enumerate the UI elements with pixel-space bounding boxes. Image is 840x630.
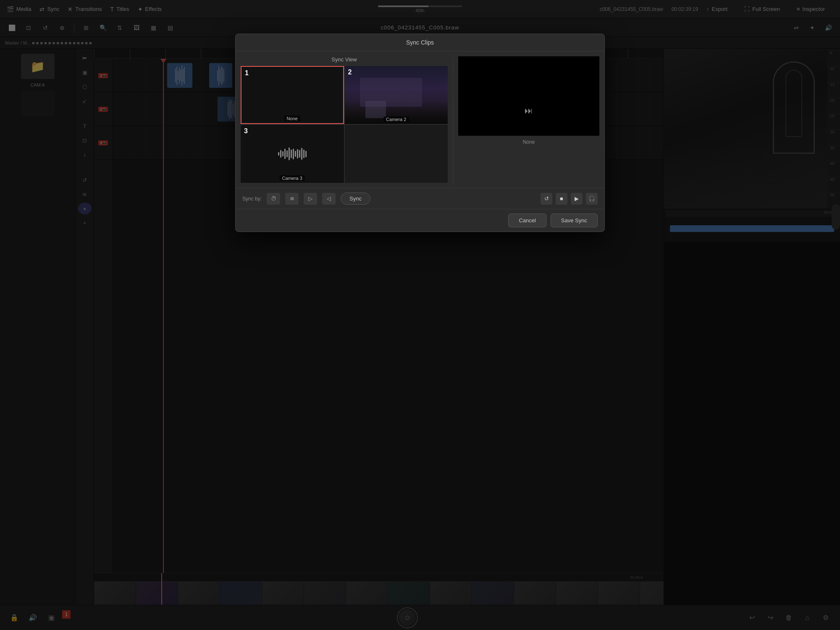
play-btn[interactable]: ▶	[571, 193, 583, 205]
timecode-icon: ⏱	[271, 195, 276, 202]
waveform-icon: ≋	[290, 195, 294, 202]
modal-body: Sync View 1 None 2	[236, 51, 604, 188]
out-point-icon: ◁	[327, 195, 331, 202]
sync-cell-3-label: Camera 3	[280, 175, 305, 181]
sync-right-preview	[458, 56, 599, 136]
sync-left: Sync View 1 None 2	[236, 51, 453, 188]
sync-cell-1-label: None	[284, 116, 300, 121]
sync-cell-2-num: 2	[348, 69, 352, 76]
save-sync-button[interactable]: Save Sync	[551, 214, 598, 227]
sync-cell-3-num: 3	[244, 127, 248, 135]
sync-right-controls: ↺ ■ ▶ 🎧	[541, 193, 598, 205]
sync-grid: 1 None 2 Camera 2	[241, 66, 448, 183]
in-point-icon: ▷	[308, 195, 312, 202]
cancel-button[interactable]: Cancel	[508, 214, 546, 227]
skip-forward-icon[interactable]: ⏭	[525, 106, 533, 116]
sync-by-timecode-btn[interactable]: ⏱	[267, 193, 280, 205]
sync-by-label: Sync by:	[242, 196, 262, 202]
sync-cell-1-num: 1	[245, 69, 249, 77]
modal-footer: Cancel Save Sync	[236, 209, 604, 232]
sync-view-title: Sync View	[241, 56, 448, 63]
cam2-figure	[365, 101, 386, 118]
headphones-btn[interactable]: 🎧	[586, 193, 598, 205]
sync-clips-modal: Sync Clips Sync View 1 None 2	[235, 34, 605, 232]
cam2-preview	[345, 66, 448, 124]
sync-by-audio-btn[interactable]: ≋	[285, 193, 299, 205]
sync-cell-2-label: Camera 2	[383, 116, 409, 122]
right-preview-label-text: None	[523, 139, 535, 145]
modal-overlay: Sync Clips Sync View 1 None 2	[0, 0, 840, 630]
sync-cell-4[interactable]	[345, 125, 448, 183]
modal-controls: Sync by: ⏱ ≋ ▷ ◁ Sync ↺ ■ ▶ 🎧	[236, 188, 604, 209]
modal-header: Sync Clips	[236, 34, 604, 51]
waveform-mini	[278, 145, 307, 162]
stop-btn[interactable]: ■	[556, 193, 567, 205]
sync-action-btn[interactable]: Sync	[341, 192, 370, 205]
sync-by-in-btn[interactable]: ▷	[304, 193, 317, 205]
sync-cell-3[interactable]: 3	[241, 125, 344, 183]
right-none-label: None	[458, 139, 599, 145]
cam3-preview	[241, 125, 344, 183]
refresh-btn[interactable]: ↺	[541, 193, 552, 205]
modal-title: Sync Clips	[406, 39, 434, 46]
sync-by-out-btn[interactable]: ◁	[322, 193, 336, 205]
sync-right: ⏭ None	[453, 51, 604, 188]
sync-cell-1[interactable]: 1 None	[241, 66, 344, 124]
sync-cell-2[interactable]: 2 Camera 2	[345, 66, 448, 124]
